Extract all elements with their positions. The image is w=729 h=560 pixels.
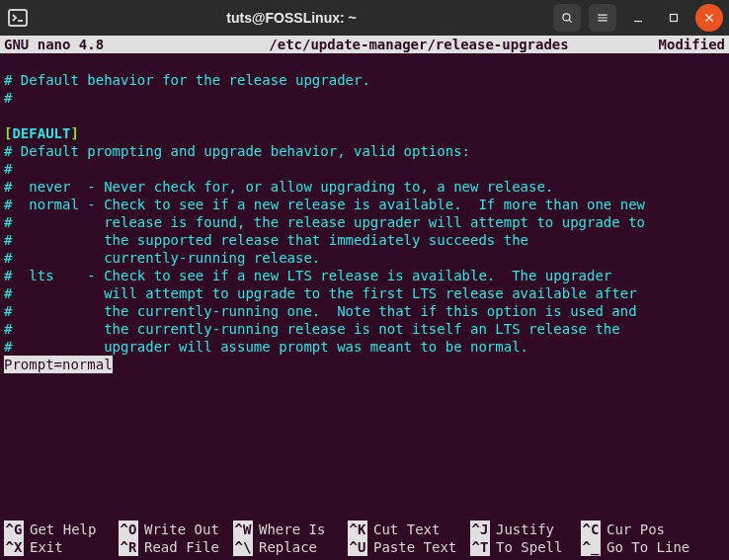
shortcut-label: To Spell	[496, 538, 562, 556]
nano-header-bar: GNU nano 4.8 /etc/update-manager/release…	[0, 36, 729, 53]
shortcut-key: ^X	[4, 538, 24, 556]
shortcut-key: ^R	[119, 538, 138, 556]
shortcut-label: Write Out	[144, 520, 219, 538]
menu-button[interactable]	[589, 4, 616, 32]
svg-rect-0	[9, 10, 27, 26]
editor-line: [DEFAULT]	[4, 125, 79, 141]
shortcut-key: ^U	[348, 538, 367, 556]
nano-modified-indicator: Modified	[636, 36, 725, 53]
shortcut-key: ^G	[4, 520, 24, 538]
shortcut-where-is[interactable]: ^WWhere Is	[233, 520, 348, 538]
shortcut-cut-text[interactable]: ^KCut Text	[348, 520, 470, 538]
editor-line: # normal - Check to see if a new release…	[4, 197, 645, 212]
close-button[interactable]	[695, 4, 723, 32]
shortcut-key: ^K	[348, 520, 367, 538]
nano-shortcut-bar: ^GGet Help ^OWrite Out ^WWhere Is ^KCut …	[0, 520, 729, 556]
editor-line: # the currently-running release is not i…	[4, 321, 620, 337]
editor-line: # lts - Check to see if a new LTS releas…	[4, 268, 611, 283]
search-button[interactable]	[553, 4, 581, 32]
shortcut-justify[interactable]: ^JJustify	[470, 520, 581, 538]
svg-point-1	[563, 14, 570, 21]
shortcut-key: ^T	[470, 538, 490, 556]
nano-file-path: /etc/update-manager/release-upgrades	[202, 36, 636, 53]
editor-line: # the supported release that immediately…	[4, 232, 528, 248]
shortcut-label: Cut Text	[373, 520, 440, 538]
shortcut-replace[interactable]: ^\Replace	[233, 538, 348, 556]
shortcut-key: ^C	[581, 520, 601, 538]
window-titlebar: tuts@FOSSLinux: ~	[0, 0, 729, 36]
shortcut-key: ^_	[581, 538, 601, 556]
shortcut-label: Read File	[144, 538, 219, 556]
shortcut-read-file[interactable]: ^RRead File	[119, 538, 233, 556]
nano-app-name: GNU nano 4.8	[4, 36, 202, 53]
shortcut-go-to-line[interactable]: ^_Go To Line	[581, 538, 709, 556]
editor-line: # release is found, the release upgrader…	[4, 214, 645, 230]
shortcut-row: ^GGet Help ^OWrite Out ^WWhere Is ^KCut …	[4, 520, 725, 538]
shortcut-key: ^J	[470, 520, 490, 538]
shortcut-exit[interactable]: ^XExit	[4, 538, 119, 556]
shortcut-label: Cur Pos	[607, 520, 665, 538]
editor-line: # upgrader will assume prompt was meant …	[4, 339, 528, 355]
shortcut-key: ^\	[233, 538, 253, 556]
editor-line: # currently-running release.	[4, 250, 320, 266]
shortcut-label: Justify	[496, 520, 554, 538]
shortcut-label: Exit	[30, 538, 63, 556]
editor-line: # Default prompting and upgrade behavior…	[4, 143, 470, 159]
editor-area[interactable]: # Default behavior for the release upgra…	[0, 53, 729, 373]
editor-line: # Default behavior for the release upgra…	[4, 72, 370, 88]
editor-line: #	[4, 90, 12, 106]
shortcut-get-help[interactable]: ^GGet Help	[4, 520, 119, 538]
editor-line: # will attempt to upgrade to the first L…	[4, 285, 637, 301]
shortcut-row: ^XExit ^RRead File ^\Replace ^UPaste Tex…	[4, 538, 725, 556]
shortcut-label: Get Help	[30, 520, 96, 538]
shortcut-to-spell[interactable]: ^TTo Spell	[470, 538, 581, 556]
shortcut-label: Replace	[259, 538, 317, 556]
terminal-app-icon	[6, 6, 30, 30]
window-title: tuts@FOSSLinux: ~	[38, 10, 545, 26]
maximize-button[interactable]	[660, 4, 688, 32]
editor-line: # the currently-running one. Note that i…	[4, 303, 637, 319]
svg-rect-2	[671, 15, 678, 22]
shortcut-cur-pos[interactable]: ^CCur Pos	[581, 520, 709, 538]
shortcut-key: ^W	[233, 520, 253, 538]
editor-line: #	[4, 161, 12, 177]
shortcut-label: Go To Line	[607, 538, 689, 556]
shortcut-label: Paste Text	[373, 538, 456, 556]
shortcut-write-out[interactable]: ^OWrite Out	[119, 520, 233, 538]
shortcut-paste-text[interactable]: ^UPaste Text	[348, 538, 470, 556]
editor-line: # never - Never check for, or allow upgr…	[4, 179, 553, 195]
editor-cursor-line: Prompt=normal	[4, 356, 113, 373]
shortcut-key: ^O	[119, 520, 138, 538]
minimize-button[interactable]	[624, 4, 652, 32]
shortcut-label: Where Is	[259, 520, 325, 538]
